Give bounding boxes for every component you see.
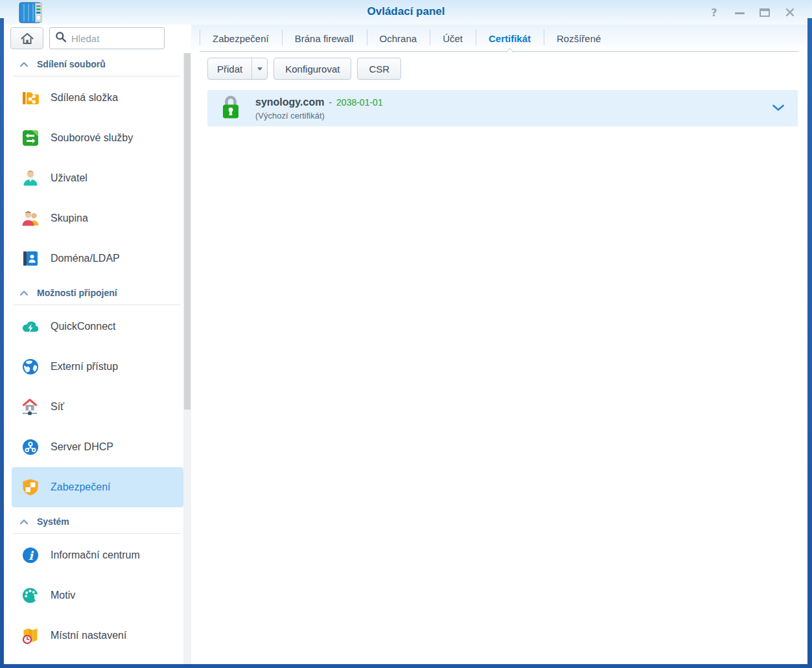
section-label: Možnosti připojení	[37, 288, 117, 298]
window-frame-bottom	[0, 664, 812, 668]
sidebar-item-sit[interactable]: Síť	[4, 387, 183, 427]
sidebar-item-label: Síť	[51, 401, 64, 413]
dhcp-server-icon	[21, 437, 40, 457]
shared-folder-icon	[21, 88, 40, 108]
sidebar-item-informacni-centrum[interactable]: i Informační centrum	[4, 535, 183, 575]
sidebar-item-label: Motiv	[51, 590, 75, 601]
sidebar-item-label: Místní nastavení	[51, 630, 126, 641]
domain-ldap-icon	[21, 249, 40, 268]
quickconnect-cloud-icon	[21, 317, 40, 336]
window-frame-left	[0, 18, 4, 668]
certificate-lock-icon	[220, 93, 241, 123]
file-services-icon	[21, 128, 40, 148]
sidebar-item-label: Zabezpečení	[51, 481, 111, 493]
add-split-button: Přidat	[207, 58, 268, 80]
tab-zabezpeceni[interactable]: Zabezpečení	[200, 25, 282, 52]
search-input[interactable]	[71, 33, 159, 44]
tab-certifikat[interactable]: Certifikát	[476, 25, 544, 52]
tab-label: Účet	[443, 33, 463, 44]
help-icon[interactable]: ?	[709, 7, 719, 17]
sidebar-scrollbar[interactable]	[183, 53, 191, 664]
tab-label: Brána firewall	[295, 33, 354, 44]
sidebar-item-skupina[interactable]: Skupina	[4, 198, 183, 238]
search-box	[49, 27, 165, 49]
home-icon	[20, 32, 34, 45]
tab-bar: Zabezpečení Brána firewall Ochrana Účet …	[191, 25, 807, 52]
sidebar-item-label: Informační centrum	[51, 549, 140, 561]
certificate-row[interactable]: synology.com - 2038-01-01 (Výchozí certi…	[207, 90, 798, 126]
toolbar: Přidat Konfigurovat CSR	[207, 58, 807, 80]
main-content: Zabezpečení Brána firewall Ochrana Účet …	[191, 25, 807, 664]
sidebar-item-mistni-nastaveni[interactable]: Místní nastavení	[4, 616, 183, 656]
sidebar-item-label: Sdílená složka	[51, 92, 118, 104]
window-frame-right	[807, 18, 812, 668]
control-panel-window: Ovládací panel ?	[0, 0, 812, 668]
sidebar-item-label: Doména/LDAP	[51, 253, 120, 264]
window-controls: ?	[709, 0, 795, 25]
tab-rozsirene[interactable]: Rozšířené	[544, 25, 614, 52]
security-shield-icon	[21, 478, 40, 497]
tab-ochrana[interactable]: Ochrana	[367, 25, 430, 52]
sidebar-item-quickconnect[interactable]: QuickConnect	[4, 306, 183, 347]
sidebar-nav: Sdílení souborů Sdílená složk	[4, 52, 183, 664]
tab-ucet[interactable]: Účet	[430, 25, 476, 52]
sidebar-item-externi-pristup[interactable]: Externí přístup	[4, 347, 183, 387]
tab-label: Zabezpečení	[213, 33, 269, 44]
certificate-dash: -	[329, 97, 332, 108]
chevron-up-icon	[19, 516, 29, 527]
sidebar-item-label: Uživatel	[51, 172, 87, 184]
sidebar-item-label: Souborové služby	[51, 132, 133, 144]
certificate-expiry-date: 2038-01-01	[336, 97, 383, 108]
csr-button[interactable]: CSR	[357, 58, 401, 80]
sidebar-item-zabezpeceni[interactable]: Zabezpečení	[12, 467, 183, 507]
tab-label: Rozšířené	[557, 33, 601, 44]
certificate-note: (Výchozí certifikát)	[255, 111, 383, 121]
close-icon[interactable]	[785, 7, 795, 17]
sidebar-item-uzivatel[interactable]: Uživatel	[4, 158, 183, 198]
sidebar-header	[4, 25, 191, 52]
home-button[interactable]	[10, 27, 43, 49]
sidebar-item-motiv[interactable]: Motiv	[4, 575, 183, 616]
chevron-up-icon	[19, 287, 29, 299]
section-label: Systém	[37, 516, 69, 527]
search-icon	[55, 31, 67, 45]
configure-button[interactable]: Konfigurovat	[273, 58, 351, 80]
sidebar-scrollbar-thumb[interactable]	[184, 53, 191, 409]
user-icon	[21, 168, 40, 188]
maximize-icon[interactable]	[760, 7, 770, 17]
add-button[interactable]: Přidat	[208, 58, 252, 79]
sidebar-item-sdilena-slozka[interactable]: Sdílená složka	[4, 78, 183, 118]
sidebar-section-sdileni-souboru[interactable]: Sdílení souborů	[13, 55, 181, 76]
chevron-down-icon[interactable]	[772, 102, 785, 114]
tab-bar-divider	[200, 51, 798, 52]
sidebar-item-label: Externí přístup	[51, 361, 118, 373]
sidebar-section-moznosti-pripojeni[interactable]: Možnosti připojení	[13, 284, 181, 305]
minimize-icon[interactable]	[734, 7, 745, 17]
tab-label: Ochrana	[380, 33, 417, 44]
chevron-up-icon	[19, 58, 29, 70]
theme-palette-icon	[21, 586, 40, 605]
add-dropdown-button[interactable]	[252, 58, 267, 79]
section-label: Sdílení souborů	[37, 59, 106, 69]
sidebar-item-label: Skupina	[51, 213, 88, 224]
tab-label: Certifikát	[489, 33, 531, 44]
certificate-name: synology.com	[255, 97, 324, 108]
window-body: Sdílení souborů Sdílená složk	[4, 25, 807, 664]
sidebar-section-system[interactable]: Systém	[13, 513, 181, 534]
network-house-icon	[21, 397, 40, 417]
window-title: Ovládací panel	[0, 0, 812, 25]
info-circle-icon: i	[21, 546, 40, 565]
group-icon	[21, 209, 40, 228]
sidebar-item-domena-ldap[interactable]: Doména/LDAP	[4, 238, 183, 279]
sidebar-item-server-dhcp[interactable]: Server DHCP	[4, 427, 183, 467]
sidebar-item-souborove-sluzby[interactable]: Souborové služby	[4, 118, 183, 158]
certificate-info: synology.com - 2038-01-01 (Výchozí certi…	[255, 97, 383, 121]
add-button-label: Přidat	[217, 63, 242, 75]
globe-icon	[21, 357, 40, 376]
caret-down-icon	[257, 67, 262, 71]
sidebar-item-label: Server DHCP	[51, 441, 113, 453]
tab-brana-firewall[interactable]: Brána firewall	[282, 25, 367, 52]
sidebar-item-label: QuickConnect	[51, 321, 116, 332]
titlebar: Ovládací panel ?	[0, 0, 812, 25]
sidebar: Sdílení souborů Sdílená složk	[4, 25, 191, 664]
